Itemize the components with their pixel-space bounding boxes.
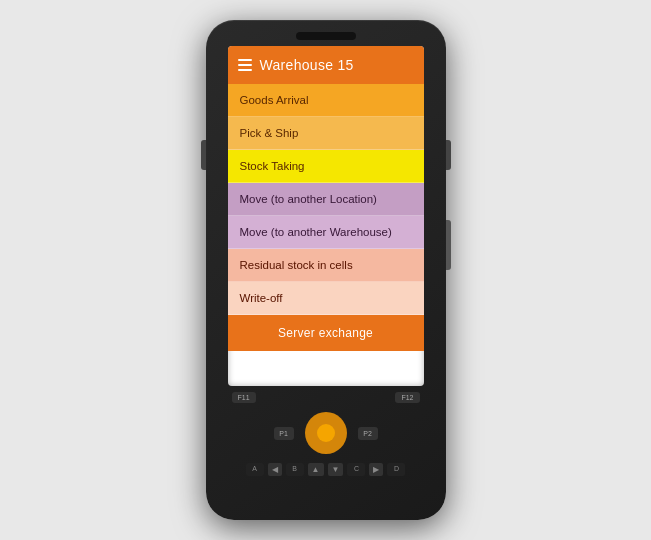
f12-button[interactable]: F12 [395,392,419,403]
dpad-area: P1 P2 [228,407,424,459]
menu-item-move-location[interactable]: Move (to another Location) [228,183,424,216]
dpad-center-button[interactable] [317,424,335,442]
arrow-left-button[interactable]: ◀ [268,463,282,476]
key-b[interactable]: B [286,463,304,476]
key-d[interactable]: D [387,463,405,476]
device-speaker [296,32,356,40]
menu-item-stock-taking[interactable]: Stock Taking [228,150,424,183]
handheld-device: Warehouse 15 Goods Arrival Pick & Ship S… [206,20,446,520]
menu-item-goods-arrival[interactable]: Goods Arrival [228,84,424,117]
device-screen: Warehouse 15 Goods Arrival Pick & Ship S… [228,46,424,386]
key-c[interactable]: C [347,463,365,476]
menu-item-residual[interactable]: Residual stock in cells [228,249,424,282]
p1-button[interactable]: P1 [274,427,294,440]
device-keypad: F11 F12 P1 P2 A ◀ B ▲ ▼ C [228,392,424,478]
arrow-down-button[interactable]: ▼ [328,463,344,476]
arrow-right-button[interactable]: ▶ [369,463,383,476]
menu-item-pick-ship[interactable]: Pick & Ship [228,117,424,150]
server-exchange-button[interactable]: Server exchange [228,315,424,351]
side-button-right-bottom[interactable] [446,220,451,270]
alpha-key-row: A ◀ B ▲ ▼ C ▶ D [228,463,424,476]
function-key-row: F11 F12 [228,392,424,403]
app-title: Warehouse 15 [260,57,354,73]
menu-item-writeoff[interactable]: Write-off [228,282,424,315]
p2-button[interactable]: P2 [358,427,378,440]
app-header: Warehouse 15 [228,46,424,84]
directional-pad[interactable] [300,407,352,459]
side-button-left[interactable] [201,140,206,170]
f11-button[interactable]: F11 [232,392,256,403]
hamburger-menu-button[interactable] [238,59,252,71]
menu-item-move-warehouse[interactable]: Move (to another Warehouse) [228,216,424,249]
menu-list: Goods Arrival Pick & Ship Stock Taking M… [228,84,424,351]
side-button-right-top[interactable] [446,140,451,170]
arrow-up-button[interactable]: ▲ [308,463,324,476]
key-a[interactable]: A [246,463,264,476]
